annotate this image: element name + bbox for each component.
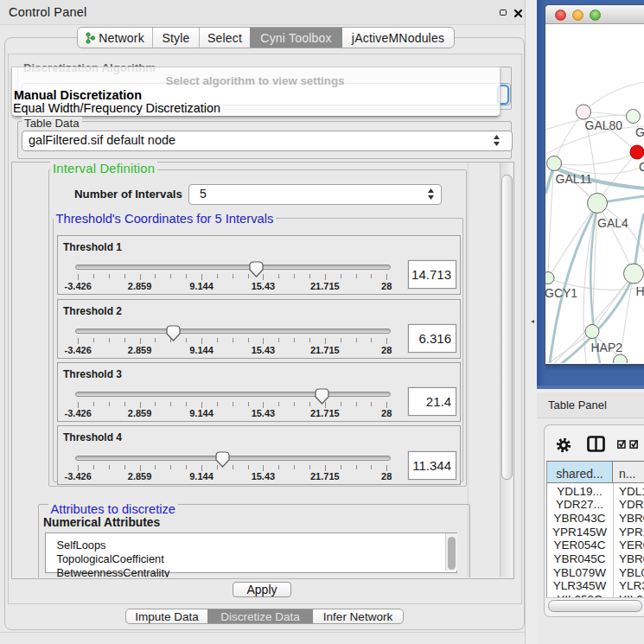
svg-text:GAL80: GAL80 <box>585 118 623 132</box>
svg-text:GA: GA <box>635 125 644 139</box>
svg-text:GCY1: GCY1 <box>545 286 577 300</box>
svg-text:GAL11: GAL11 <box>556 172 593 186</box>
svg-text:HAP2: HAP2 <box>591 341 623 354</box>
svg-text:C: C <box>639 160 644 174</box>
svg-text:GAL4: GAL4 <box>597 216 628 230</box>
svg-text:H: H <box>636 284 644 298</box>
